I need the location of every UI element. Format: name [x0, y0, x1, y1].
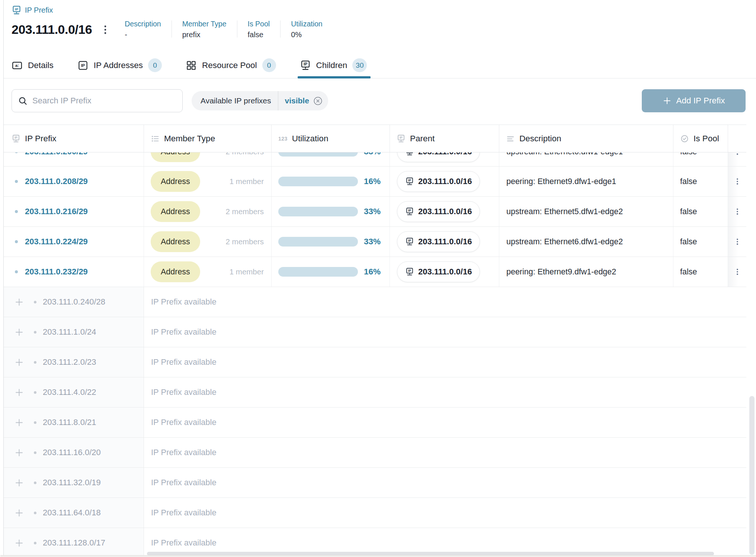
filter-chip-value[interactable]: visible [278, 96, 313, 105]
cell-description: upstream: Ethernet5.dfw1-edge2 [499, 197, 673, 226]
vertical-scrollbar-thumb[interactable] [749, 396, 755, 555]
cell-member-type: Address 2 members [144, 227, 271, 257]
cell-utilization: 16% [271, 167, 390, 196]
title-more-menu-button[interactable] [102, 24, 109, 36]
search-input[interactable] [32, 96, 176, 106]
add-ip-prefix-button[interactable]: Add IP Prefix [642, 89, 746, 112]
column-header-description[interactable]: Description [499, 125, 673, 152]
available-prefix-label: 203.111.4.0/22 [43, 387, 96, 397]
row-more-menu-button[interactable] [733, 207, 741, 216]
member-type-badge: Address [151, 231, 200, 252]
ip-network-icon [405, 177, 414, 186]
available-note: IP Prefix available [144, 498, 746, 528]
row-more-menu-button[interactable] [733, 177, 741, 186]
more-vertical-icon [102, 24, 109, 35]
column-header-utilization[interactable]: 123 Utilization [271, 125, 390, 152]
cell-description: peering: Ethernet9.dfw1-edge1 [499, 167, 673, 196]
cell-is-pool: false [673, 152, 728, 167]
status-dot [15, 240, 18, 243]
available-prefix-row: 203.111.8.0/21 IP Prefix available [4, 408, 746, 438]
add-available-prefix-button[interactable] [14, 387, 24, 397]
tab-details[interactable]: a: Details [12, 55, 54, 78]
summary-label: Member Type [182, 20, 227, 28]
add-available-prefix-button[interactable] [14, 357, 24, 367]
cell-is-pool: false [673, 197, 728, 226]
cell-member-type: Address 1 member [144, 167, 271, 196]
numeric-123-icon: 123 [278, 136, 288, 142]
id-card-icon: a: [12, 60, 23, 71]
parent-prefix-chip[interactable]: 203.111.0.0/16 [397, 171, 480, 192]
table-body: 203.111.0.200/29 Address 2 members 33% 2… [4, 152, 746, 557]
breadcrumb-label[interactable]: IP Prefix [25, 6, 53, 15]
available-prefix-label: 203.111.128.0/17 [43, 538, 105, 548]
column-header-parent[interactable]: Parent [390, 125, 499, 152]
ip-prefix-link[interactable]: 203.111.0.216/29 [25, 207, 88, 216]
parent-prefix-chip[interactable]: 203.111.0.0/16 [397, 261, 480, 282]
filter-remove-button[interactable] [313, 96, 328, 106]
cell-available-prefix: 203.111.16.0/20 [4, 438, 144, 467]
ip-network-icon [397, 134, 406, 143]
more-vertical-icon [733, 152, 741, 156]
available-prefix-label: 203.111.2.0/23 [43, 357, 96, 367]
cell-ip-prefix: 203.111.0.208/29 [4, 167, 144, 196]
breadcrumb[interactable]: IP Prefix [4, 0, 756, 15]
available-prefix-label: 203.111.16.0/20 [43, 448, 101, 457]
ip-prefix-link[interactable]: 203.111.0.224/29 [25, 237, 88, 247]
add-available-prefix-button[interactable] [14, 297, 24, 307]
children-table: IP Prefix Member Type 123 Utilization Pa… [4, 125, 746, 557]
parent-prefix-chip[interactable]: 203.111.0.0/16 [397, 231, 480, 252]
cell-ip-prefix: 203.111.0.200/29 [4, 152, 144, 167]
available-prefix-row: 203.111.1.0/24 IP Prefix available [4, 317, 746, 347]
cell-available-prefix: 203.111.8.0/21 [4, 408, 144, 437]
available-prefix-label: 203.111.1.0/24 [43, 327, 96, 337]
tab-ip-addresses[interactable]: IP IP Addresses 0 [77, 55, 162, 78]
add-available-prefix-button[interactable] [14, 478, 24, 488]
table-header-row: IP Prefix Member Type 123 Utilization Pa… [4, 125, 746, 152]
summary-description: Description - [125, 19, 172, 39]
ip-prefix-link[interactable]: 203.111.0.200/29 [25, 152, 88, 157]
more-vertical-icon [733, 207, 741, 216]
parent-prefix-label: 203.111.0.0/16 [418, 152, 472, 157]
plus-icon [663, 96, 672, 105]
parent-prefix-chip[interactable]: 203.111.0.0/16 [397, 152, 480, 162]
parent-prefix-chip[interactable]: 203.111.0.0/16 [397, 201, 480, 222]
add-ip-prefix-label: Add IP Prefix [676, 96, 725, 106]
cell-is-pool: false [673, 257, 728, 287]
add-available-prefix-button[interactable] [14, 448, 24, 458]
row-more-menu-button[interactable] [733, 238, 741, 246]
summary-value: - [125, 30, 161, 39]
add-available-prefix-button[interactable] [14, 538, 24, 548]
row-more-menu-button[interactable] [733, 152, 741, 156]
column-header-ip-prefix[interactable]: IP Prefix [4, 125, 144, 152]
ip-prefix-link[interactable]: 203.111.0.232/29 [25, 267, 88, 277]
status-dot [34, 512, 36, 514]
available-note: IP Prefix available [144, 377, 746, 407]
status-dot [15, 152, 18, 153]
plus-icon [14, 327, 24, 337]
tab-label: Details [28, 61, 54, 70]
member-type-badge: Address [151, 171, 200, 192]
tab-resource-pool[interactable]: Resource Pool 0 [186, 55, 276, 78]
cell-available-prefix: 203.111.128.0/17 [4, 528, 144, 557]
ip-prefix-detail-page: IP Prefix 203.111.0.0/16 Description - M… [3, 0, 756, 557]
available-note: IP Prefix available [144, 317, 746, 347]
filter-chip-available-prefixes: Available IP prefixes visible [192, 91, 328, 110]
column-header-member-type[interactable]: Member Type [144, 125, 271, 152]
text-lines-icon [506, 134, 515, 143]
add-available-prefix-button[interactable] [14, 327, 24, 337]
cell-is-pool: false [673, 167, 728, 196]
add-available-prefix-button[interactable] [14, 508, 24, 518]
ip-prefix-link[interactable]: 203.111.0.208/29 [25, 177, 88, 186]
status-dot [34, 391, 36, 394]
member-type-badge: Address [151, 261, 200, 282]
tab-children[interactable]: Children 30 [300, 55, 367, 78]
tab-count-badge: 0 [148, 58, 162, 72]
available-note: IP Prefix available [144, 287, 746, 317]
title-row: 203.111.0.0/16 Description - Member Type… [4, 15, 756, 40]
add-available-prefix-button[interactable] [14, 418, 24, 428]
row-more-menu-button[interactable] [733, 268, 741, 276]
column-header-is-pool[interactable]: Is Pool [673, 125, 728, 152]
parent-prefix-label: 203.111.0.0/16 [418, 177, 472, 186]
cell-available-prefix: 203.111.64.0/18 [4, 498, 144, 528]
cell-actions [728, 152, 746, 167]
